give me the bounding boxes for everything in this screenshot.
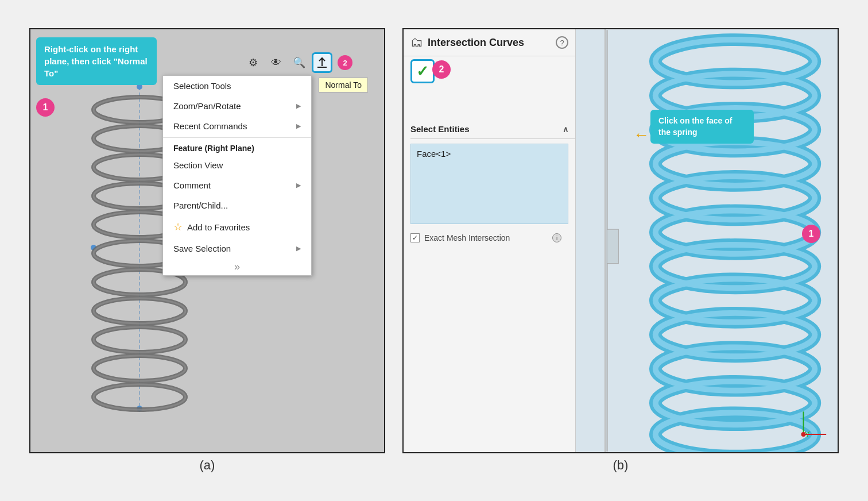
menu-selection-tools[interactable]: Selection Tools [163, 76, 311, 96]
spring-b-svg: Y [576, 29, 838, 452]
menu-section-view[interactable]: Section View [163, 155, 311, 175]
prop-title: Intersection Curves [428, 37, 524, 49]
prop-ok-button[interactable]: ✓ [410, 59, 435, 83]
menu-comment[interactable]: Comment [163, 175, 311, 195]
spring-b-area: Y ← Click on the face of the spring 1 [576, 29, 838, 452]
badge-2-panel-b: 2 [432, 60, 451, 79]
menu-parent-child[interactable]: Parent/Child... [163, 195, 311, 215]
toolbar-a: ⚙ 👁 🔍 2 [243, 52, 355, 73]
favorites-star-icon: ☆ [173, 221, 183, 233]
panel-b-box: 🗂 Intersection Curves ? ✓ 2 Select Entit… [402, 28, 839, 453]
menu-feature-section: Feature (Right Plane) [163, 139, 311, 155]
svg-point-58 [801, 432, 806, 437]
panel-a-label: (a) [200, 458, 215, 473]
info-dot[interactable]: i [552, 233, 561, 242]
prop-help-button[interactable]: ? [556, 36, 568, 49]
normal-to-tooltip: Normal To [319, 78, 368, 93]
section-caret-icon[interactable]: ∧ [563, 125, 568, 134]
toolbar-settings-icon[interactable]: ⚙ [243, 52, 264, 73]
badge-1-panel-a: 1 [36, 98, 55, 117]
prop-header: 🗂 Intersection Curves ? [404, 29, 575, 56]
exact-mesh-row: ✓ Exact Mesh Intersection i [410, 229, 575, 247]
panel-a-box: Right-click on the right plane, then cli… [29, 28, 385, 453]
main-container: Right-click on the right plane, then cli… [18, 17, 850, 484]
select-entities-section: Select Entities ∧ Face<1> ✓ Exact Mesh I… [404, 120, 575, 247]
panel-b-label: (b) [613, 458, 629, 473]
vertical-divider [604, 29, 606, 452]
panel-a: Right-click on the right plane, then cli… [29, 28, 385, 473]
menu-save-selection[interactable]: Save Selection [163, 238, 311, 259]
menu-zoom-pan-rotate[interactable]: Zoom/Pan/Rotate [163, 96, 311, 116]
toolbar-badge-2-icon: 2 [335, 52, 355, 73]
toolbar-zoom-icon[interactable]: 🔍 [289, 52, 309, 73]
menu-recent-commands[interactable]: Recent Commands [163, 116, 311, 136]
property-panel: 🗂 Intersection Curves ? ✓ 2 Select Entit… [404, 29, 576, 452]
context-menu: Selection Tools Zoom/Pan/Rotate Recent C… [162, 75, 312, 276]
toolbar-normalto-icon[interactable] [312, 52, 332, 73]
badge-1-panel-b: 1 [802, 225, 820, 243]
prop-header-icon: 🗂 [410, 35, 423, 50]
exact-mesh-label: Exact Mesh Intersection [424, 233, 510, 242]
callout-a: Right-click on the right plane, then cli… [36, 37, 157, 85]
svg-rect-30 [607, 229, 619, 263]
click-spring-arrow: ← [633, 126, 649, 144]
exact-mesh-checkbox[interactable]: ✓ [410, 233, 420, 242]
callout-b: Click on the face of the spring [650, 110, 754, 144]
checkmark-icon: ✓ [416, 63, 429, 80]
toolbar-view-icon[interactable]: 👁 [266, 52, 286, 73]
menu-add-to-favorites[interactable]: ☆ Add to Favorites [163, 215, 311, 238]
menu-more[interactable]: » [163, 259, 311, 275]
face-selection-box[interactable]: Face<1> [410, 144, 568, 224]
select-entities-header: Select Entities ∧ [410, 120, 575, 139]
panel-b: 🗂 Intersection Curves ? ✓ 2 Select Entit… [402, 28, 839, 473]
menu-divider-1 [163, 137, 311, 138]
